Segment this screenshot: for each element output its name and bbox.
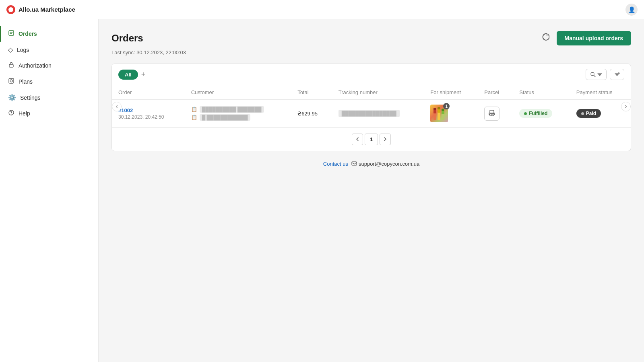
topbar: Allo.ua Marketplace 👤 <box>0 0 644 19</box>
sidebar: Orders ◇ Logs Authorization Plans <box>0 19 99 362</box>
sidebar-item-help[interactable]: Help <box>0 105 98 121</box>
orders-icon <box>8 30 14 38</box>
svg-rect-13 <box>438 107 440 109</box>
svg-rect-16 <box>442 109 444 111</box>
current-page: 1 <box>365 134 378 145</box>
sidebar-item-help-label: Help <box>19 110 30 117</box>
chevron-right-icon <box>625 104 627 109</box>
payment-badge: Paid <box>576 109 601 118</box>
clipboard-icon-2: 📋 <box>191 115 197 120</box>
svg-rect-21 <box>352 162 357 165</box>
prev-page-button[interactable] <box>352 134 363 145</box>
page-title: Orders <box>111 33 143 44</box>
customer-line-2: 📋 █ ████████████ <box>191 114 285 121</box>
clipboard-icon-1: 📋 <box>191 107 197 112</box>
tracking-number-blurred: ████████████████ <box>339 110 400 117</box>
svg-rect-14 <box>442 113 444 120</box>
sidebar-item-orders[interactable]: Orders <box>0 26 98 42</box>
main-content: Orders Manual upload orders Last sync: 3… <box>99 19 644 362</box>
svg-point-3 <box>10 80 12 82</box>
logs-icon: ◇ <box>8 46 13 53</box>
chevron-left-pagination-icon <box>356 137 359 141</box>
filter-icon <box>597 72 602 77</box>
total-cell: ₴629.95 <box>291 100 332 128</box>
orders-table: Order Customer Total Tracking number For… <box>112 85 631 128</box>
svg-line-7 <box>594 76 596 77</box>
filter-tab-all[interactable]: All <box>118 70 138 80</box>
customer-detail-blurred: █ ████████████ <box>200 114 250 121</box>
svg-rect-18 <box>490 113 494 116</box>
manual-upload-button[interactable]: Manual upload orders <box>557 31 631 45</box>
col-parcel: Parcel <box>478 85 513 100</box>
svg-rect-0 <box>9 31 14 35</box>
col-tracking: Tracking number <box>332 85 424 100</box>
print-button[interactable] <box>484 107 500 121</box>
settings-icon: ⚙️ <box>8 94 16 101</box>
table-header-row: Order Customer Total Tracking number For… <box>112 85 631 100</box>
sidebar-item-plans[interactable]: Plans <box>0 74 98 90</box>
sync-icon <box>541 33 549 41</box>
customer-name-blurred: ██████████ ███████ <box>200 106 264 113</box>
svg-rect-17 <box>490 110 494 113</box>
print-icon <box>489 110 495 116</box>
status-label: Fulfilled <box>529 111 547 116</box>
search-icon <box>590 72 596 77</box>
col-shipment: For shipment <box>424 85 478 100</box>
col-customer: Customer <box>185 85 291 100</box>
order-date: 30.12.2023, 20:42:50 <box>118 114 178 120</box>
scroll-right-button[interactable] <box>621 102 631 111</box>
contact-us-link[interactable]: Contact us <box>323 161 348 167</box>
plans-icon <box>8 78 14 86</box>
scroll-left-button[interactable] <box>112 102 122 111</box>
filter-bar: All + <box>112 64 631 85</box>
next-page-button[interactable] <box>380 134 391 145</box>
authorization-icon <box>8 62 14 70</box>
chevron-right-pagination-icon <box>384 137 386 141</box>
pagination: 1 <box>112 128 631 151</box>
user-avatar[interactable]: 👤 <box>625 4 638 16</box>
tracking-cell: ████████████████ <box>332 100 424 128</box>
chevron-left-icon <box>116 104 118 109</box>
topbar-left: Allo.ua Marketplace <box>6 5 75 14</box>
payment-dot <box>581 112 584 115</box>
header-actions: Manual upload orders <box>539 31 631 45</box>
svg-rect-1 <box>9 64 13 67</box>
table-row: #1002 30.12.2023, 20:42:50 📋 ██████████ … <box>112 100 631 128</box>
customer-info: 📋 ██████████ ███████ 📋 █ ████████████ <box>191 106 285 121</box>
support-email-address: support@copycon.com.ua <box>359 161 419 167</box>
sidebar-item-logs[interactable]: ◇ Logs <box>0 42 98 58</box>
filter-add-button[interactable]: + <box>141 71 146 78</box>
sort-button[interactable] <box>610 69 624 80</box>
app-logo <box>6 5 15 14</box>
svg-rect-10 <box>433 108 436 110</box>
email-icon <box>351 161 357 167</box>
parcel-cell <box>478 100 513 128</box>
search-filter-button[interactable] <box>586 69 607 80</box>
orders-container: All + <box>111 64 631 151</box>
filter-tabs: All + <box>118 70 145 80</box>
sidebar-item-authorization[interactable]: Authorization <box>0 58 98 74</box>
page-header: Orders Manual upload orders <box>111 31 631 45</box>
shipment-thumbnail: 1 <box>430 105 448 122</box>
filter-actions <box>586 69 624 80</box>
status-dot <box>524 112 527 115</box>
svg-rect-11 <box>438 112 440 120</box>
help-icon <box>8 109 14 117</box>
support-email: support@copycon.com.ua <box>351 161 419 167</box>
svg-point-5 <box>11 114 11 114</box>
customer-line-1: 📋 ██████████ ███████ <box>191 106 285 113</box>
status-cell: Fulfilled <box>513 100 570 128</box>
sync-button[interactable] <box>539 31 552 45</box>
sidebar-item-settings[interactable]: ⚙️ Settings <box>0 90 98 105</box>
shipment-count-badge: 1 <box>443 103 450 109</box>
svg-rect-8 <box>433 113 436 120</box>
footer: Contact us support@copycon.com.ua <box>111 161 631 167</box>
payment-label: Paid <box>586 111 596 116</box>
table-wrapper: Order Customer Total Tracking number For… <box>112 85 631 128</box>
order-cell: #1002 30.12.2023, 20:42:50 <box>112 100 185 128</box>
shipment-cell: 1 <box>424 100 478 128</box>
svg-rect-2 <box>9 78 14 83</box>
order-total: ₴629.95 <box>297 111 318 117</box>
mail-icon <box>351 161 357 166</box>
sidebar-item-settings-label: Settings <box>20 95 41 101</box>
